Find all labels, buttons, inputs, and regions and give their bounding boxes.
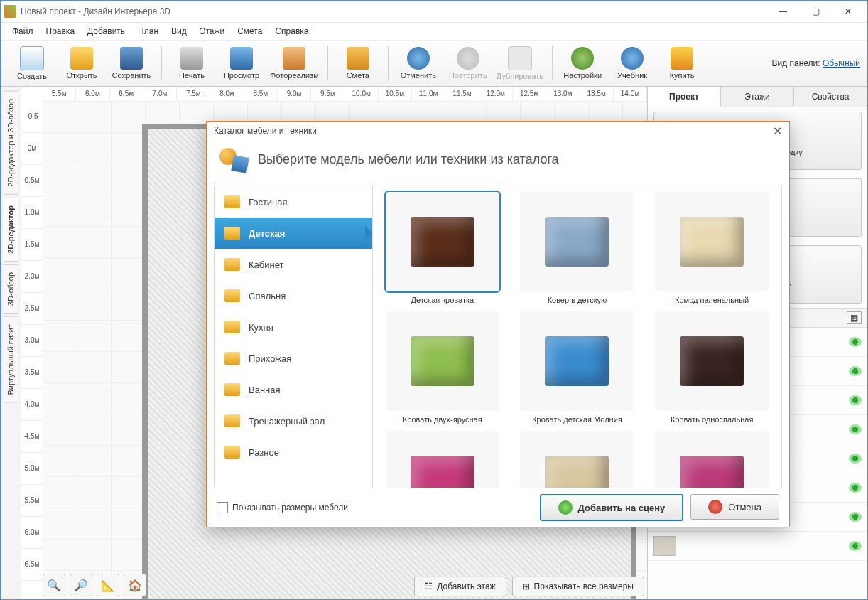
category-item[interactable]: Прихожая xyxy=(215,343,372,374)
ruler-tick: 8.0м xyxy=(210,87,244,101)
visibility-eye-icon[interactable] xyxy=(849,541,862,551)
show-sizes-checkbox[interactable]: Показывать размеры мебели xyxy=(217,502,348,513)
show-all-dims-button[interactable]: ⊞Показывать все размеры xyxy=(512,577,644,596)
menu-edit[interactable]: Правка xyxy=(42,25,80,38)
zoom-out-button[interactable]: 🔎 xyxy=(70,574,92,596)
tool-estimate[interactable]: Смета xyxy=(334,42,382,85)
left-tab-2d3d[interactable]: 2D-редактор и 3D-обзор xyxy=(4,91,18,195)
maximize-button[interactable]: ▢ xyxy=(799,1,832,22)
visibility-eye-icon[interactable] xyxy=(849,395,862,405)
menu-add[interactable]: Добавить xyxy=(83,25,129,38)
category-item[interactable]: Кабинет xyxy=(215,249,372,280)
ruler-tick: 11.5м xyxy=(445,87,479,101)
ruler-tick: 9.0м xyxy=(278,87,311,101)
tool-settings[interactable]: Настройки xyxy=(558,42,607,85)
menu-view[interactable]: Вид xyxy=(167,25,191,38)
check-icon xyxy=(558,500,573,515)
dialog-close-button[interactable]: ✕ xyxy=(773,124,782,138)
tool-buy[interactable]: Купить xyxy=(658,42,706,85)
tool-print[interactable]: Печать xyxy=(168,42,216,85)
tool-save[interactable]: Сохранить xyxy=(107,42,156,85)
ruler-tick: 5.5м xyxy=(43,87,76,101)
furniture-item[interactable] xyxy=(648,431,776,488)
furniture-thumb xyxy=(520,192,634,291)
tool-preview[interactable]: Просмотр xyxy=(217,42,266,85)
visibility-eye-icon[interactable] xyxy=(849,337,862,347)
ruler-tick: 2.0м xyxy=(21,261,43,293)
dialog-logo xyxy=(219,145,248,173)
left-tab-2d[interactable]: 2D-редактор xyxy=(4,198,18,262)
stairs-icon: ☷ xyxy=(425,582,433,591)
ruler-horizontal: 5.5м6.0м6.5м7.0м7.5м8.0м8.5м9.0м9.5м10.0… xyxy=(43,87,647,102)
ruler-tick: 5.0м xyxy=(21,453,43,485)
object-list-row[interactable] xyxy=(648,532,867,561)
ruler-tick: 5.5м xyxy=(21,485,43,517)
category-item[interactable]: Детская xyxy=(215,218,372,249)
tool-photoreal[interactable]: Фотореализм xyxy=(267,42,322,85)
right-tab-properties[interactable]: Свойства xyxy=(794,87,867,107)
close-button[interactable]: ✕ xyxy=(832,1,864,22)
tool-tutorial[interactable]: Учебник xyxy=(608,42,656,85)
ruler-tick: 13.5м xyxy=(580,87,614,101)
left-tab-virtual[interactable]: Виртуальный визит xyxy=(4,316,18,403)
ruler-tick: 8.5м xyxy=(244,87,278,101)
ruler-tick: 10.5м xyxy=(379,87,412,101)
furniture-thumb xyxy=(655,311,769,411)
visibility-eye-icon[interactable] xyxy=(849,483,862,493)
category-list: ГостинаяДетскаяКабинетСпальняКухняПрихож… xyxy=(215,186,373,488)
category-label: Ванная xyxy=(249,385,281,395)
dims-icon: ⊞ xyxy=(523,582,530,591)
tool-undo[interactable]: Отменить xyxy=(394,42,443,85)
home-button[interactable]: 🏠 xyxy=(124,574,146,596)
furniture-item[interactable]: Кровать односпальная xyxy=(648,311,776,424)
right-tab-floors[interactable]: Этажи xyxy=(721,87,794,107)
category-item[interactable]: Гостиная xyxy=(215,186,372,218)
ruler-tick: 6.5м xyxy=(21,549,43,581)
gear-icon xyxy=(571,47,594,70)
left-tab-3d[interactable]: 3D-обзор xyxy=(4,264,18,314)
menu-estimate[interactable]: Смета xyxy=(233,25,266,38)
dialog-title: Каталог мебели и техники xyxy=(214,126,317,136)
cancel-button[interactable]: Отмена xyxy=(690,494,779,520)
menu-file[interactable]: Файл xyxy=(8,25,38,38)
ruler-tick: 6.5м xyxy=(110,87,143,101)
category-item[interactable]: Кухня xyxy=(215,311,372,343)
category-item[interactable]: Ванная xyxy=(215,374,372,405)
menu-plan[interactable]: План xyxy=(134,25,163,38)
furniture-item[interactable]: Детская кроватка xyxy=(379,192,506,304)
furniture-item[interactable]: Ковер в детскую xyxy=(514,192,641,304)
visibility-eye-icon[interactable] xyxy=(849,512,862,522)
panel-mode-label: Вид панели: xyxy=(771,58,820,68)
category-item[interactable]: Разное xyxy=(215,436,372,468)
visibility-eye-icon[interactable] xyxy=(849,454,862,464)
visibility-eye-icon[interactable] xyxy=(849,424,862,434)
add-floor-button[interactable]: ☷Добавить этаж xyxy=(414,577,506,596)
furniture-item[interactable]: Кровать двух-ярусная xyxy=(379,311,506,424)
furniture-item[interactable]: Комод пеленальный xyxy=(648,192,776,304)
list-view-toggle-icon[interactable]: ▦ xyxy=(847,311,862,324)
folder-icon xyxy=(224,195,240,208)
zoom-in-button[interactable]: 🔍 xyxy=(43,574,65,596)
menu-help[interactable]: Справка xyxy=(271,25,313,38)
add-to-scene-button[interactable]: Добавить на сцену xyxy=(540,494,684,521)
category-label: Кабинет xyxy=(249,259,283,270)
panel-mode-link[interactable]: Обычный xyxy=(823,58,860,68)
furniture-item[interactable]: Кровать детская Молния xyxy=(514,311,641,424)
measure-button[interactable]: 📐 xyxy=(97,574,119,596)
tool-open[interactable]: Открыть xyxy=(58,42,106,85)
furniture-item[interactable] xyxy=(514,431,641,488)
right-tab-project[interactable]: Проект xyxy=(648,87,721,107)
ruler-vertical: -0.50м0.5м1.0м1.5м2.0м2.5м3.0м3.5м4.0м4.… xyxy=(21,101,43,574)
furniture-item[interactable] xyxy=(379,431,506,488)
category-item[interactable]: Тренажерный зал xyxy=(215,405,372,436)
ruler-tick: 12.5м xyxy=(513,87,546,101)
folder-icon xyxy=(224,258,240,271)
visibility-eye-icon[interactable] xyxy=(849,366,862,376)
ruler-tick: 7.0м xyxy=(143,87,177,101)
minimize-button[interactable]: — xyxy=(766,1,799,22)
tool-create[interactable]: Создать xyxy=(8,42,56,85)
ruler-tick: -0.5 xyxy=(21,101,43,133)
folder-icon xyxy=(224,227,240,240)
menu-floors[interactable]: Этажи xyxy=(195,25,229,38)
category-item[interactable]: Спальня xyxy=(215,280,372,311)
